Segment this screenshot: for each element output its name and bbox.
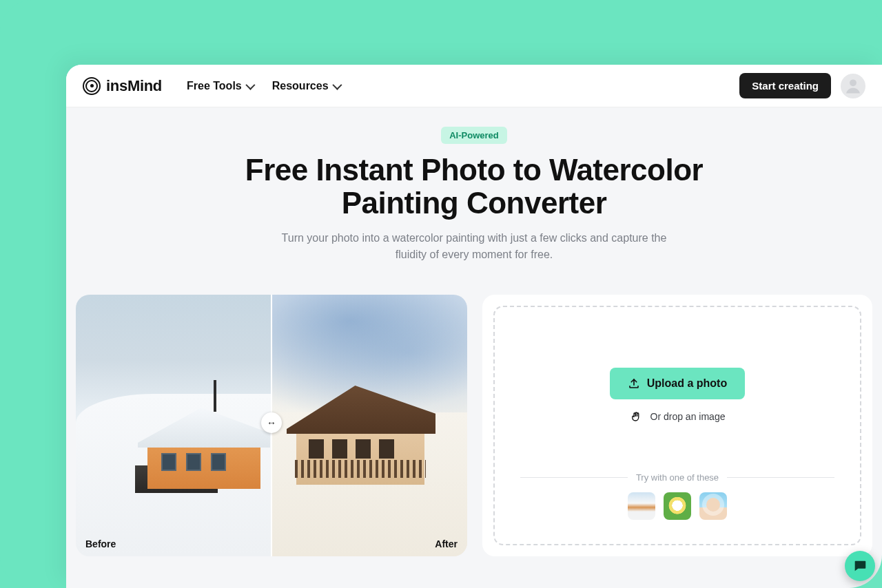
sample-thumb-snow-house[interactable] xyxy=(628,492,655,520)
upload-icon xyxy=(628,377,640,390)
chat-icon xyxy=(852,558,868,574)
after-label: After xyxy=(435,538,458,549)
after-image xyxy=(271,295,467,556)
chevron-down-icon xyxy=(245,80,255,90)
main-content: ↔ Before After Upload a photo xyxy=(66,270,882,556)
support-chat-button[interactable] xyxy=(845,551,875,581)
drop-hint: Or drop an image xyxy=(630,410,726,423)
before-label: Before xyxy=(85,538,116,549)
sample-section: Try with one of these xyxy=(520,472,834,520)
header: insMind Free Tools Resources Start creat… xyxy=(66,65,882,107)
brand-logo[interactable]: insMind xyxy=(83,77,162,95)
arrows-horizontal-icon: ↔ xyxy=(267,417,276,428)
nav-resources[interactable]: Resources xyxy=(272,80,340,92)
hero: AI-Powered Free Instant Photo to Waterco… xyxy=(66,107,882,270)
chevron-down-icon xyxy=(332,80,342,90)
nav-label: Free Tools xyxy=(187,80,242,92)
sample-thumb-daisy[interactable] xyxy=(664,492,691,520)
before-after-compare[interactable]: ↔ Before After xyxy=(76,295,467,556)
page-subtitle: Turn your photo into a watercolor painti… xyxy=(281,230,667,263)
upload-button-label: Upload a photo xyxy=(647,377,727,390)
hand-icon xyxy=(630,410,642,423)
ai-powered-badge: AI-Powered xyxy=(441,127,507,144)
start-creating-button[interactable]: Start creating xyxy=(739,73,831,98)
target-icon xyxy=(83,77,101,95)
user-avatar[interactable] xyxy=(841,74,865,98)
samples-label: Try with one of these xyxy=(636,472,719,483)
nav-label: Resources xyxy=(272,80,329,92)
upload-photo-button[interactable]: Upload a photo xyxy=(610,368,745,399)
before-image xyxy=(76,295,271,556)
svg-point-0 xyxy=(850,79,857,86)
page-frame: insMind Free Tools Resources Start creat… xyxy=(0,0,882,588)
sample-thumbnails xyxy=(520,492,834,520)
sample-thumb-woman[interactable] xyxy=(699,492,727,520)
dropzone[interactable]: Upload a photo Or drop an image Try with… xyxy=(493,306,861,545)
brand-name: insMind xyxy=(106,77,162,95)
page-title: Free Instant Photo to Watercolor Paintin… xyxy=(226,154,722,219)
compare-handle[interactable]: ↔ xyxy=(261,412,282,433)
app-window: insMind Free Tools Resources Start creat… xyxy=(66,65,882,588)
upload-panel: Upload a photo Or drop an image Try with… xyxy=(482,295,872,556)
person-icon xyxy=(843,76,863,96)
drop-hint-label: Or drop an image xyxy=(650,411,726,422)
nav-free-tools[interactable]: Free Tools xyxy=(187,80,253,92)
